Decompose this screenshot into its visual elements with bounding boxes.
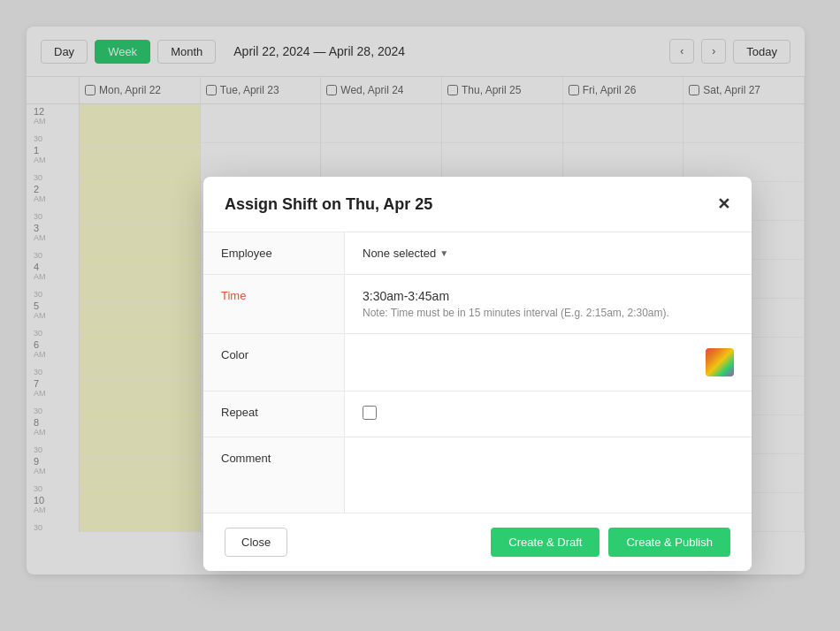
repeat-value [345,392,752,437]
dropdown-arrow-icon: ▼ [439,248,448,258]
create-draft-button[interactable]: Create & Draft [491,528,599,557]
repeat-label: Repeat [203,392,345,437]
modal-footer: Close Create & Draft Create & Publish [203,513,752,571]
color-label: Color [203,334,345,391]
modal-header: Assign Shift on Thu, Apr 25 ✕ [203,177,752,232]
comment-textarea[interactable] [363,452,734,496]
time-label: Time [203,275,345,333]
comment-label: Comment [203,437,345,513]
comment-row: Comment [203,437,752,513]
employee-label: Employee [203,232,345,274]
close-button[interactable]: Close [225,528,287,557]
modal-title: Assign Shift on Thu, Apr 25 [225,195,432,214]
assign-shift-modal: Assign Shift on Thu, Apr 25 ✕ Employee N… [203,177,752,571]
time-value-container: 3:30am-3:45am Note: Time must be in 15 m… [345,275,752,333]
employee-select[interactable]: None selected ▼ [363,247,734,260]
time-row: Time 3:30am-3:45am Note: Time must be in… [203,275,752,334]
employee-value: None selected ▼ [345,232,752,274]
repeat-row: Repeat [203,392,752,437]
employee-select-text: None selected [363,247,436,260]
color-swatch[interactable] [706,348,734,376]
time-note: Note: Time must be in 15 minutes interva… [363,307,734,319]
employee-row: Employee None selected ▼ [203,232,752,275]
time-value[interactable]: 3:30am-3:45am [363,289,734,303]
create-publish-button[interactable]: Create & Publish [608,528,730,557]
comment-value[interactable] [345,437,752,513]
modal-close-button[interactable]: ✕ [717,194,730,214]
repeat-checkbox[interactable] [363,406,377,420]
footer-actions: Create & Draft Create & Publish [491,528,730,557]
modal-form: Employee None selected ▼ Time 3:30am-3:4… [203,232,752,513]
color-value [345,334,752,391]
color-row: Color [203,334,752,392]
